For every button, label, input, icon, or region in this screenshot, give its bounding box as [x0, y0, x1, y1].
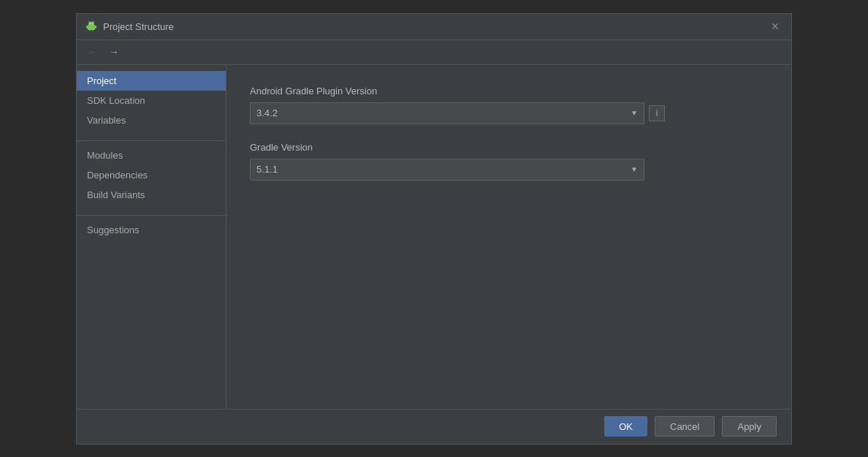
dialog-title: Project Structure — [103, 21, 174, 32]
gradle-version-label: Gradle Version — [250, 142, 768, 153]
svg-line-9 — [94, 21, 95, 22]
sidebar: Project SDK Location Variables Modules D… — [77, 65, 226, 409]
sidebar-section-1: Project SDK Location Variables — [77, 71, 226, 130]
plugin-version-value: 3.4.2 — [256, 107, 631, 118]
sidebar-divider-1 — [77, 140, 226, 141]
plugin-version-row: 3.4.2 ▼ i — [250, 102, 768, 124]
gradle-version-value: 5.1.1 — [256, 164, 631, 175]
gradle-version-chevron: ▼ — [631, 165, 638, 173]
close-button[interactable]: ✕ — [768, 19, 783, 34]
sidebar-item-dependencies[interactable]: Dependencies — [77, 165, 226, 185]
android-icon — [85, 20, 97, 32]
sidebar-item-sdk-location[interactable]: SDK Location — [77, 91, 226, 110]
plugin-version-label: Android Gradle Plugin Version — [250, 86, 768, 97]
project-structure-dialog: Project Structure ✕ ← → Project SDK Loca… — [76, 13, 792, 445]
plugin-version-dropdown[interactable]: 3.4.2 ▼ — [250, 102, 644, 124]
svg-point-6 — [90, 23, 91, 24]
sidebar-item-build-variants[interactable]: Build Variants — [77, 185, 226, 205]
sidebar-item-variables[interactable]: Variables — [77, 110, 226, 130]
sidebar-item-project[interactable]: Project — [77, 71, 226, 91]
svg-rect-2 — [95, 26, 96, 29]
plugin-version-group: Android Gradle Plugin Version 3.4.2 ▼ i — [250, 86, 768, 124]
svg-point-7 — [92, 23, 93, 24]
plugin-version-chevron: ▼ — [631, 109, 638, 117]
nav-bar: ← → — [77, 40, 791, 65]
title-bar: Project Structure ✕ — [77, 14, 791, 40]
sidebar-divider-2 — [77, 215, 226, 216]
gradle-version-dropdown[interactable]: 5.1.1 ▼ — [250, 159, 644, 181]
title-bar-left: Project Structure — [85, 20, 174, 32]
sidebar-section-3: Suggestions — [77, 220, 226, 240]
apply-button[interactable]: Apply — [722, 416, 777, 437]
svg-rect-4 — [92, 28, 94, 31]
svg-rect-1 — [86, 26, 88, 29]
gradle-version-row: 5.1.1 ▼ — [250, 159, 768, 181]
cancel-button[interactable]: Cancel — [655, 416, 715, 437]
content-area: Project SDK Location Variables Modules D… — [77, 65, 791, 409]
svg-line-8 — [88, 21, 90, 22]
sidebar-item-modules[interactable]: Modules — [77, 146, 226, 165]
sidebar-section-2: Modules Dependencies Build Variants — [77, 146, 226, 205]
dialog-footer: OK Cancel Apply — [77, 409, 791, 444]
forward-button[interactable]: → — [106, 45, 122, 59]
ok-button[interactable]: OK — [604, 416, 647, 437]
svg-point-5 — [88, 22, 94, 26]
gradle-version-group: Gradle Version 5.1.1 ▼ — [250, 142, 768, 181]
sidebar-item-suggestions[interactable]: Suggestions — [77, 220, 226, 240]
svg-rect-3 — [89, 28, 91, 31]
plugin-version-info-button[interactable]: i — [649, 105, 665, 121]
back-button[interactable]: ← — [84, 45, 100, 59]
main-panel: Android Gradle Plugin Version 3.4.2 ▼ i … — [226, 65, 791, 409]
